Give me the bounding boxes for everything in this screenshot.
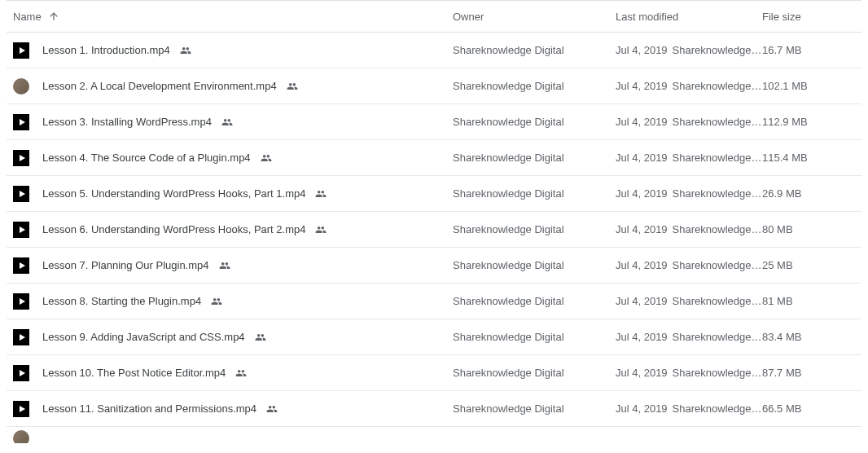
column-size-label: File size xyxy=(762,11,801,23)
file-modified: Jul 4, 2019Shareknowledge Di… xyxy=(616,259,762,271)
modified-date: Jul 4, 2019 xyxy=(616,259,668,271)
file-name: Lesson 10. The Post Notice Editor.mp4 xyxy=(42,367,226,379)
file-owner: Shareknowledge Digital xyxy=(453,367,616,379)
file-size: 87.7 MB xyxy=(762,367,844,379)
file-size: 102.1 MB xyxy=(762,80,844,92)
modified-by: Shareknowledge Di… xyxy=(673,402,762,415)
file-modified: Jul 4, 2019Shareknowledge Di… xyxy=(616,187,762,200)
file-row[interactable]: Lesson 8. Starting the Plugin.mp4Sharekn… xyxy=(7,284,861,319)
video-play-icon xyxy=(13,42,29,59)
file-row[interactable]: Lesson 4. The Source Code of a Plugin.mp… xyxy=(7,140,861,176)
file-size: 83.4 MB xyxy=(762,331,844,343)
file-row[interactable]: Lesson 2. A Local Development Environmen… xyxy=(7,68,861,104)
file-row[interactable]: Lesson 9. Adding JavaScript and CSS.mp4S… xyxy=(7,319,861,355)
column-modified-label: Last modified xyxy=(616,11,678,23)
file-name: Lesson 6. Understanding WordPress Hooks,… xyxy=(42,223,305,235)
file-row[interactable]: Lesson 11. Sanitization and Permissions.… xyxy=(7,391,861,427)
file-size: 25 MB xyxy=(762,259,844,271)
file-owner: Shareknowledge Digital xyxy=(453,331,616,343)
column-owner-label: Owner xyxy=(453,11,484,23)
file-name: Lesson 5. Understanding WordPress Hooks,… xyxy=(42,187,305,200)
shared-icon xyxy=(178,45,193,56)
modified-date: Jul 4, 2019 xyxy=(616,152,668,164)
modified-by: Shareknowledge Di… xyxy=(673,295,762,307)
file-owner: Shareknowledge Digital xyxy=(453,402,616,415)
file-size: 112.9 MB xyxy=(762,116,844,128)
file-name: Lesson 9. Adding JavaScript and CSS.mp4 xyxy=(42,331,245,343)
file-modified: Jul 4, 2019Shareknowledge Di… xyxy=(616,223,762,235)
video-play-icon xyxy=(13,401,29,417)
modified-date: Jul 4, 2019 xyxy=(616,44,668,56)
file-name: Lesson 7. Planning Our Plugin.mp4 xyxy=(42,259,209,271)
video-play-icon xyxy=(13,329,29,345)
modified-by: Shareknowledge Di… xyxy=(673,367,762,379)
modified-date: Jul 4, 2019 xyxy=(616,223,668,235)
modified-date: Jul 4, 2019 xyxy=(616,187,668,200)
file-size: 115.4 MB xyxy=(762,152,844,164)
file-owner: Shareknowledge Digital xyxy=(453,44,616,56)
shared-icon xyxy=(313,188,328,200)
sort-ascending-icon[interactable] xyxy=(48,11,59,22)
column-header-owner[interactable]: Owner xyxy=(453,11,616,23)
file-row[interactable]: Lesson 10. The Post Notice Editor.mp4Sha… xyxy=(7,355,861,391)
column-header-modified[interactable]: Last modified xyxy=(616,11,762,23)
modified-by: Shareknowledge Di… xyxy=(673,152,762,164)
column-header-size[interactable]: File size xyxy=(762,11,844,23)
modified-date: Jul 4, 2019 xyxy=(616,367,668,379)
video-thumbnail-icon xyxy=(13,78,29,95)
file-modified: Jul 4, 2019Shareknowledge Di… xyxy=(616,295,762,307)
file-name: Lesson 2. A Local Development Environmen… xyxy=(42,80,277,92)
modified-by: Shareknowledge Di… xyxy=(673,44,762,56)
file-name-cell: Lesson 3. Installing WordPress.mp4 xyxy=(13,114,453,130)
video-play-icon xyxy=(13,222,29,238)
file-name-wrap: Lesson 6. Understanding WordPress Hooks,… xyxy=(42,223,328,235)
file-owner: Shareknowledge Digital xyxy=(453,295,616,307)
file-name-cell: Lesson 7. Planning Our Plugin.mp4 xyxy=(13,257,453,274)
video-thumbnail-icon xyxy=(13,430,29,443)
file-name-wrap: Lesson 8. Starting the Plugin.mp4 xyxy=(42,295,224,307)
video-play-icon xyxy=(13,186,29,202)
file-name: Lesson 3. Installing WordPress.mp4 xyxy=(42,116,212,128)
file-owner: Shareknowledge Digital xyxy=(453,152,616,164)
file-size: 81 MB xyxy=(762,295,844,307)
file-size: 80 MB xyxy=(762,223,844,235)
file-name-cell: Lesson 1. Introduction.mp4 xyxy=(13,42,453,59)
modified-by: Shareknowledge Di… xyxy=(673,259,762,271)
file-name: Lesson 11. Sanitization and Permissions.… xyxy=(42,402,256,415)
table-header: Name Owner Last modified File size xyxy=(7,0,861,33)
column-header-name[interactable]: Name xyxy=(13,11,453,23)
file-name-cell: Lesson 6. Understanding WordPress Hooks,… xyxy=(13,222,453,238)
modified-date: Jul 4, 2019 xyxy=(616,80,668,92)
modified-by: Shareknowledge Di… xyxy=(673,116,762,128)
shared-icon xyxy=(313,224,328,235)
file-modified: Jul 4, 2019Shareknowledge Di… xyxy=(616,402,762,415)
video-play-icon xyxy=(13,365,29,381)
file-row[interactable]: Lesson 1. Introduction.mp4Shareknowledge… xyxy=(7,33,861,68)
file-name: Lesson 4. The Source Code of a Plugin.mp… xyxy=(42,152,251,164)
shared-icon xyxy=(253,332,268,343)
modified-date: Jul 4, 2019 xyxy=(616,116,668,128)
file-size: 66.5 MB xyxy=(762,402,844,415)
file-name-wrap: Lesson 2. A Local Development Environmen… xyxy=(42,80,300,92)
shared-icon xyxy=(217,260,232,271)
file-row[interactable]: Lesson 7. Planning Our Plugin.mp4Sharekn… xyxy=(7,248,861,284)
file-row[interactable]: Lesson 3. Installing WordPress.mp4Sharek… xyxy=(7,104,861,140)
file-name-cell: Lesson 8. Starting the Plugin.mp4 xyxy=(13,293,453,310)
modified-by: Shareknowledge Di… xyxy=(673,223,762,235)
file-owner: Shareknowledge Digital xyxy=(453,259,616,271)
video-play-icon xyxy=(13,114,29,130)
file-owner: Shareknowledge Digital xyxy=(453,80,616,92)
file-name-wrap: Lesson 7. Planning Our Plugin.mp4 xyxy=(42,259,232,271)
file-owner: Shareknowledge Digital xyxy=(453,223,616,235)
file-name-wrap: Lesson 10. The Post Notice Editor.mp4 xyxy=(42,367,248,379)
file-row[interactable]: Lesson 5. Understanding WordPress Hooks,… xyxy=(7,176,861,212)
file-name-cell: Lesson 11. Sanitization and Permissions.… xyxy=(13,401,453,417)
shared-icon xyxy=(259,152,274,164)
video-play-icon xyxy=(13,257,29,274)
shared-icon xyxy=(265,403,279,415)
shared-icon xyxy=(234,367,248,379)
file-name-cell: Lesson 9. Adding JavaScript and CSS.mp4 xyxy=(13,329,453,345)
file-name: Lesson 8. Starting the Plugin.mp4 xyxy=(42,295,201,307)
file-name-wrap: Lesson 4. The Source Code of a Plugin.mp… xyxy=(42,152,274,164)
file-row[interactable]: Lesson 6. Understanding WordPress Hooks,… xyxy=(7,212,861,248)
